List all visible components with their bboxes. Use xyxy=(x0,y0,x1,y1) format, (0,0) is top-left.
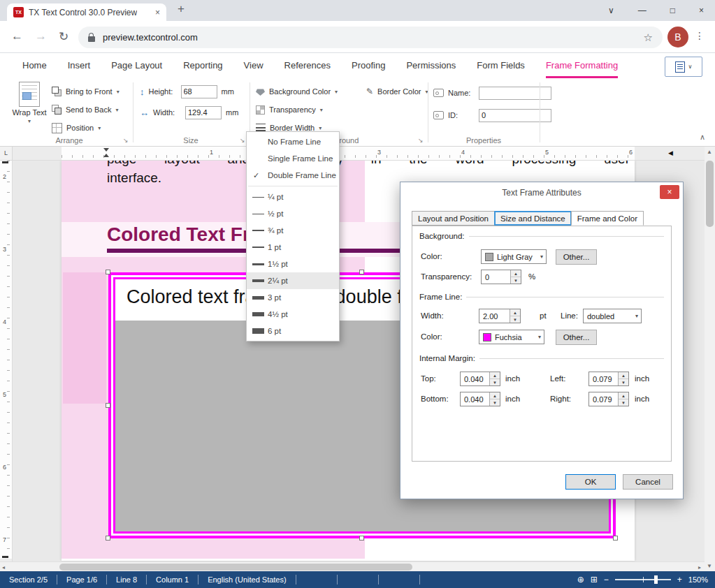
width-input[interactable] xyxy=(185,106,222,119)
margin-left-spinner[interactable]: 0.079 ▲▼ xyxy=(588,372,629,386)
browser-tab[interactable]: TX TX Text Control 30.0 Preview × xyxy=(7,3,166,21)
back-icon[interactable]: ← xyxy=(11,29,23,43)
selection-handle-bottom-middle[interactable] xyxy=(359,536,364,541)
menu-item-4-5-pt[interactable]: 4½ pt xyxy=(247,306,339,323)
horizontal-ruler[interactable]: 1 2 3 4 5 6 ◀ xyxy=(13,147,705,161)
menu-item-1-5-pt[interactable]: 1½ pt xyxy=(247,256,339,272)
margin-top-spinner[interactable]: 0.040 ▲▼ xyxy=(460,372,500,386)
spinner-up-icon[interactable]: ▲ xyxy=(619,372,628,379)
tab-references[interactable]: References xyxy=(284,53,331,78)
bookmark-star-icon[interactable]: ☆ xyxy=(644,31,653,44)
top-margin-marker[interactable] xyxy=(2,161,8,163)
first-line-indent-marker[interactable] xyxy=(103,148,109,152)
spinner-up-icon[interactable]: ▲ xyxy=(511,270,521,277)
dialog-launcher-icon[interactable]: ↘ xyxy=(240,137,245,144)
ruler-corner-tab-selector[interactable]: L xyxy=(0,147,13,161)
tab-form-fields[interactable]: Form Fields xyxy=(477,53,525,78)
vertical-scrollbar-thumb[interactable] xyxy=(706,161,714,227)
zoom-out-icon[interactable]: − xyxy=(604,575,609,585)
scroll-up-icon[interactable]: ▲ xyxy=(707,149,712,155)
spinner-up-icon[interactable]: ▲ xyxy=(510,309,520,316)
status-section[interactable]: Section 2/5 xyxy=(0,575,57,585)
line-color-combobox[interactable]: Fuchsia ▾ xyxy=(479,330,544,344)
profile-avatar[interactable]: B xyxy=(667,27,688,47)
tab-close-icon[interactable]: × xyxy=(155,8,160,17)
transparency-button[interactable]: Transparency ▾ xyxy=(256,102,323,117)
spinner-down-icon[interactable]: ▼ xyxy=(510,316,520,323)
frame-name-input[interactable] xyxy=(479,87,551,100)
selection-handle-bottom-right[interactable] xyxy=(613,536,618,541)
menu-item-6-pt[interactable]: 6 pt xyxy=(247,323,339,339)
menu-item-quarter-pt[interactable]: ¼ pt xyxy=(247,189,339,205)
horizontal-scrollbar-thumb[interactable] xyxy=(59,564,412,571)
tab-page-layout[interactable]: Page Layout xyxy=(111,53,162,78)
dialog-launcher-icon[interactable]: ↘ xyxy=(123,137,129,144)
margin-bottom-spinner[interactable]: 0.040 ▲▼ xyxy=(460,392,500,406)
tab-home[interactable]: Home xyxy=(22,53,47,78)
dialog-launcher-icon[interactable]: ↘ xyxy=(418,137,424,144)
window-maximize-button[interactable]: □ xyxy=(670,6,675,15)
menu-item-half-pt[interactable]: ½ pt xyxy=(247,205,339,222)
background-color-button[interactable]: Background Color ▾ xyxy=(256,84,338,99)
frame-id-input[interactable] xyxy=(479,109,551,122)
reload-icon[interactable]: ↻ xyxy=(59,29,68,44)
tab-reporting[interactable]: Reporting xyxy=(183,53,222,78)
menu-item-single-frame-line[interactable]: Single Frame Line xyxy=(247,150,339,167)
right-margin-marker[interactable]: ◀ xyxy=(668,149,673,156)
line-style-combobox[interactable]: doubled ▾ xyxy=(583,309,642,323)
bring-to-front-button[interactable]: Bring to Front ▾ xyxy=(52,84,120,99)
status-column[interactable]: Column 1 xyxy=(147,575,198,585)
status-line[interactable]: Line 8 xyxy=(107,575,147,585)
line-color-other-button[interactable]: Other... xyxy=(556,330,597,345)
ok-button[interactable]: OK xyxy=(565,474,616,490)
new-tab-button[interactable]: + xyxy=(178,2,185,16)
horizontal-scrollbar[interactable]: ◂ ▸ xyxy=(0,561,705,571)
tab-view[interactable]: View xyxy=(244,53,263,78)
selection-handle-bottom-left[interactable] xyxy=(106,536,110,541)
scroll-right-icon[interactable]: ▸ xyxy=(698,564,701,571)
spinner-up-icon[interactable]: ▲ xyxy=(490,372,500,379)
menu-item-three-quarter-pt[interactable]: ¾ pt xyxy=(247,222,339,239)
spinner-down-icon[interactable]: ▼ xyxy=(619,399,628,406)
bg-color-other-button[interactable]: Other... xyxy=(556,249,597,265)
margin-right-spinner[interactable]: 0.079 ▲▼ xyxy=(588,392,629,406)
vertical-scrollbar[interactable]: ▲ ▼ xyxy=(705,147,715,571)
selection-handle-top-middle[interactable] xyxy=(359,270,364,274)
vertical-ruler[interactable]: 2 3 4 5 6 7 xyxy=(0,161,13,561)
dialog-tab-size-and-distance[interactable]: Size and Distance xyxy=(494,211,572,226)
scroll-left-icon[interactable]: ◂ xyxy=(2,564,5,571)
menu-item-2-25-pt[interactable]: 2¼ pt xyxy=(247,272,339,289)
line-width-spinner[interactable]: 2.00 ▲▼ xyxy=(479,309,521,323)
status-language[interactable]: English (United States) xyxy=(198,575,296,585)
hanging-indent-marker[interactable] xyxy=(103,154,109,157)
border-color-button[interactable]: ✎ Border Color ▾ xyxy=(366,84,428,99)
transparency-spinner[interactable]: 0 ▲▼ xyxy=(481,270,521,284)
forward-icon[interactable]: → xyxy=(35,29,47,43)
menu-item-double-frame-line[interactable]: ✓ Double Frame Line xyxy=(247,167,339,184)
wrap-text-button[interactable]: Wrap Text ▾ xyxy=(10,82,49,140)
status-page[interactable]: Page 1/6 xyxy=(57,575,107,585)
spinner-up-icon[interactable]: ▲ xyxy=(490,392,500,399)
dialog-tab-frame-and-color[interactable]: Frame and Color xyxy=(571,211,644,226)
spinner-up-icon[interactable]: ▲ xyxy=(619,392,628,399)
zoom-fit-width-icon[interactable]: ⊞ xyxy=(591,575,598,585)
address-bar-input[interactable]: preview.textcontrol.com ☆ xyxy=(78,27,663,48)
dialog-tab-layout-and-position[interactable]: Layout and Position xyxy=(412,211,495,226)
spinner-down-icon[interactable]: ▼ xyxy=(511,277,521,284)
cancel-button[interactable]: Cancel xyxy=(623,474,673,490)
bottom-margin-marker[interactable] xyxy=(2,556,8,558)
tab-frame-formatting[interactable]: Frame Formatting xyxy=(546,53,618,78)
scroll-down-icon[interactable]: ▼ xyxy=(707,563,712,569)
ribbon-options-button[interactable]: ∨ xyxy=(665,57,702,77)
position-button[interactable]: Position ▾ xyxy=(52,120,101,135)
zoom-level[interactable]: 150% xyxy=(688,575,708,584)
bg-color-combobox[interactable]: Light Gray ▾ xyxy=(481,249,547,264)
spinner-down-icon[interactable]: ▼ xyxy=(490,379,500,385)
menu-item-3-pt[interactable]: 3 pt xyxy=(247,289,339,306)
dialog-close-button[interactable]: × xyxy=(660,185,679,199)
selection-handle-top-left[interactable] xyxy=(106,270,110,274)
menu-item-no-frame-line[interactable]: No Frame Line xyxy=(247,133,339,150)
spinner-down-icon[interactable]: ▼ xyxy=(619,379,628,385)
window-close-button[interactable]: × xyxy=(699,6,704,15)
send-to-back-button[interactable]: Send to Back ▾ xyxy=(52,102,118,117)
